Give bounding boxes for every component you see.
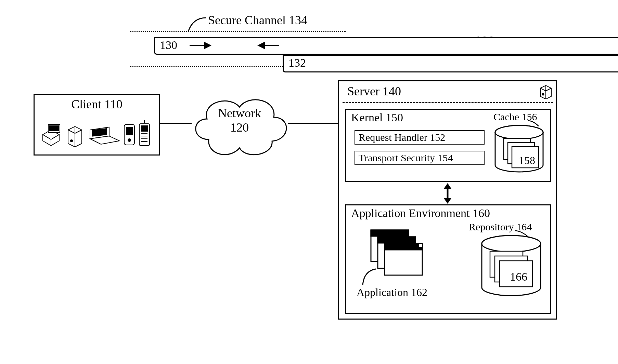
svg-rect-39 [371,230,409,236]
svg-point-13 [70,140,73,142]
message-132: 132 [283,55,618,72]
kernel-box: Kernel 150 Request Handler 152 Transport… [345,109,551,182]
svg-point-17 [128,139,131,141]
message-130: 130 [154,37,618,55]
svg-rect-41 [378,237,415,243]
client-box: Client 110 [34,94,160,156]
transport-security-box: Transport Security 154 [355,151,485,165]
connector-client-network [160,123,192,124]
application-callout-icon [361,268,378,287]
svg-marker-1 [204,42,211,49]
svg-rect-44 [420,244,422,246]
network-label-bottom: 120 [205,120,274,135]
server-divider [343,102,553,103]
application-label: Application 162 [357,286,427,299]
cache-item-label: 158 [519,154,535,167]
svg-marker-3 [257,42,265,49]
svg-rect-16 [126,127,132,135]
repository-callout-icon [514,230,531,239]
svg-rect-14 [92,129,106,136]
svg-point-29 [542,94,544,95]
request-handler-box: Request Handler 152 [355,130,485,145]
svg-rect-43 [385,244,422,250]
app-env-box: Application Environment 160 Application … [345,204,551,314]
arrow-right-icon [188,40,212,51]
arrow-left-icon [257,40,281,51]
client-label: Client 110 [35,97,159,111]
cache-callout-icon [527,120,541,127]
kernel-label: Kernel 150 [351,111,403,124]
svg-point-46 [482,235,541,252]
secure-channel-pointer-icon [186,16,207,34]
app-env-label: Application Environment 160 [351,207,490,220]
connector-network-server [288,123,338,124]
server-icon [539,84,553,99]
server-label: Server 140 [347,84,401,98]
server-box: Server 140 Kernel 150 Request Handler 15… [338,80,557,320]
repository-item-label: 166 [510,270,527,283]
secure-channel-label: Secure Channel 134 [208,13,307,27]
secure-channel-top-edge [130,31,346,32]
arrow-vertical-double-icon [442,183,453,204]
svg-rect-8 [50,126,59,131]
diagram-root: { "figure_ref": "100", "secure_channel":… [0,0,618,364]
client-devices-icon [41,120,155,150]
svg-rect-19 [141,126,147,131]
network-label-top: Network [205,106,274,120]
svg-marker-37 [444,198,451,204]
